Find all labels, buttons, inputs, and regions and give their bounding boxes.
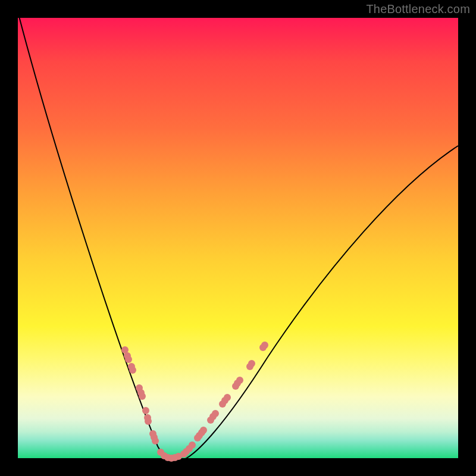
annotation-dot [261,342,268,349]
annotation-dot [200,427,207,434]
annotation-dot [129,367,136,374]
annotation-dot [139,393,146,400]
annotation-dot [224,394,231,401]
annotation-dot [152,437,159,444]
annotation-dot [189,441,196,449]
annotation-dot [236,377,243,384]
annotation-dot [125,356,132,363]
chart-svg [18,18,458,458]
annotation-dot [145,418,152,425]
watermark-text: TheBottleneck.com [366,2,470,16]
v-curve-path [18,12,458,461]
annotation-dot [142,407,149,414]
annotation-dots-group [121,342,268,462]
annotation-dot [248,360,255,367]
annotation-dot [212,410,219,417]
